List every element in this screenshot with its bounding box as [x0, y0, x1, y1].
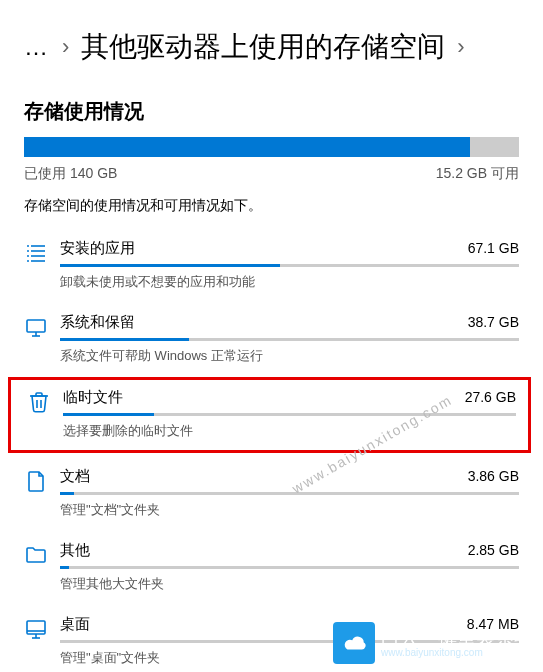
storage-item-desc: 选择要删除的临时文件 [63, 422, 516, 440]
storage-item-name: 其他 [60, 541, 90, 560]
breadcrumb: … › 其他驱动器上使用的存储空间 › [0, 0, 543, 82]
storage-item-desktop[interactable]: 桌面 8.47 MB 管理"桌面"文件夹 [0, 605, 543, 672]
storage-item-size: 3.86 GB [468, 468, 519, 484]
storage-item-folder[interactable]: 其他 2.85 GB 管理其他大文件夹 [0, 531, 543, 605]
storage-item-bar [60, 338, 519, 341]
storage-item-apps[interactable]: 安装的应用 67.1 GB 卸载未使用或不想要的应用和功能 [0, 229, 543, 303]
usage-description: 存储空间的使用情况和可用情况如下。 [0, 197, 543, 229]
storage-item-system[interactable]: 系统和保留 38.7 GB 系统文件可帮助 Windows 正常运行 [0, 303, 543, 377]
storage-item-size: 38.7 GB [468, 314, 519, 330]
storage-item-bar [60, 566, 519, 569]
desktop-icon [24, 615, 60, 667]
used-label: 已使用 140 GB [24, 165, 117, 183]
storage-item-bar-fill [60, 492, 74, 495]
storage-item-trash[interactable]: 临时文件 27.6 GB 选择要删除的临时文件 [8, 377, 531, 453]
storage-item-name: 文档 [60, 467, 90, 486]
storage-item-size: 67.1 GB [468, 240, 519, 256]
breadcrumb-ellipsis[interactable]: … [24, 33, 50, 61]
storage-item-size: 8.47 MB [467, 616, 519, 632]
chevron-right-icon: › [62, 34, 69, 60]
storage-usage-bar [24, 137, 519, 157]
storage-item-desc: 卸载未使用或不想要的应用和功能 [60, 273, 519, 291]
storage-item-size: 27.6 GB [465, 389, 516, 405]
storage-usage-bar-fill [24, 137, 470, 157]
storage-item-bar [63, 413, 516, 416]
storage-item-bar [60, 640, 519, 643]
page-title: 其他驱动器上使用的存储空间 [81, 28, 445, 66]
trash-icon [27, 388, 63, 440]
folder-icon [24, 541, 60, 593]
svg-rect-14 [27, 621, 45, 634]
document-icon [24, 467, 60, 519]
storage-item-bar-fill [63, 413, 154, 416]
storage-item-bar-fill [60, 566, 69, 569]
storage-item-name: 临时文件 [63, 388, 123, 407]
storage-item-document[interactable]: 文档 3.86 GB 管理"文档"文件夹 [0, 457, 543, 531]
chevron-right-icon: › [457, 34, 464, 60]
system-icon [24, 313, 60, 365]
storage-item-desc: 管理"桌面"文件夹 [60, 649, 519, 667]
storage-item-bar [60, 264, 519, 267]
storage-item-desc: 管理"文档"文件夹 [60, 501, 519, 519]
free-label: 15.2 GB 可用 [436, 165, 519, 183]
storage-item-name: 安装的应用 [60, 239, 135, 258]
section-heading: 存储使用情况 [0, 82, 543, 137]
storage-item-desc: 系统文件可帮助 Windows 正常运行 [60, 347, 519, 365]
storage-item-name: 系统和保留 [60, 313, 135, 332]
storage-item-desc: 管理其他大文件夹 [60, 575, 519, 593]
storage-item-bar-fill [60, 338, 189, 341]
storage-item-bar-fill [60, 264, 280, 267]
svg-rect-8 [27, 320, 45, 332]
storage-item-bar [60, 492, 519, 495]
apps-icon [24, 239, 60, 291]
storage-item-name: 桌面 [60, 615, 90, 634]
storage-item-size: 2.85 GB [468, 542, 519, 558]
usage-labels: 已使用 140 GB 15.2 GB 可用 [0, 165, 543, 197]
